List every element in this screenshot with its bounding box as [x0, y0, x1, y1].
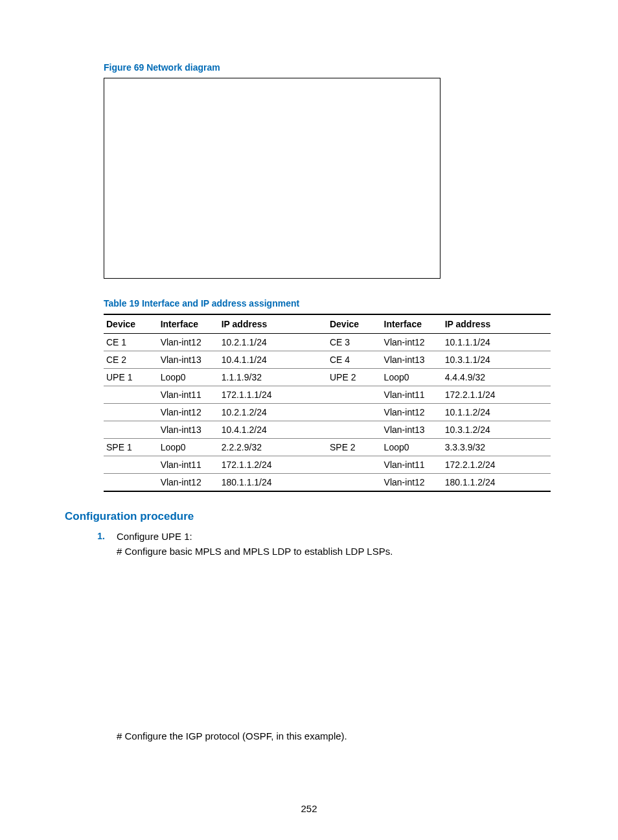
- table-cell: UPE 1: [104, 369, 158, 386]
- table-cell: Vlan-int12: [382, 474, 442, 492]
- table-cell: 172.1.1.2/24: [219, 456, 327, 474]
- figure-block: Figure 69 Network diagram Table 19 Inter…: [104, 62, 553, 492]
- table-cell: 2.2.2.9/32: [219, 439, 327, 456]
- col-header: Interface: [382, 314, 442, 334]
- table-cell: SPE 1: [104, 439, 158, 456]
- table-cell: 172.2.1.2/24: [442, 456, 551, 474]
- interface-ip-table: Device Interface IP address Device Inter…: [104, 314, 551, 492]
- table-cell: CE 3: [327, 334, 382, 351]
- table-cell: Vlan-int12: [382, 404, 442, 421]
- table-row: CE 2Vlan-int1310.4.1.1/24CE 4Vlan-int131…: [104, 351, 551, 369]
- table-cell: 3.3.3.9/32: [442, 439, 551, 456]
- figure-caption: Figure 69 Network diagram: [104, 62, 553, 73]
- table-cell: [104, 421, 158, 439]
- table-cell: Loop0: [158, 439, 219, 456]
- table-cell: Loop0: [382, 369, 442, 386]
- table-cell: [327, 386, 382, 404]
- col-header: IP address: [442, 314, 551, 334]
- table-cell: 172.2.1.1/24: [442, 386, 551, 404]
- table-cell: 10.2.1.2/24: [219, 404, 327, 421]
- network-diagram-placeholder: [104, 78, 441, 279]
- procedure-step: 1. Configure UPE 1:: [91, 531, 553, 542]
- table-row: CE 1Vlan-int1210.2.1.1/24CE 3Vlan-int121…: [104, 334, 551, 351]
- table-cell: [104, 456, 158, 474]
- document-page: Figure 69 Network diagram Table 19 Inter…: [0, 0, 618, 840]
- table-cell: 10.3.1.2/24: [442, 421, 551, 439]
- table-cell: 10.1.1.2/24: [442, 404, 551, 421]
- table-cell: Vlan-int12: [158, 474, 219, 492]
- table-cell: Vlan-int12: [382, 334, 442, 351]
- table-cell: 180.1.1.2/24: [442, 474, 551, 492]
- table-cell: Vlan-int11: [158, 386, 219, 404]
- table-cell: SPE 2: [327, 439, 382, 456]
- table-row: Vlan-int11172.1.1.2/24Vlan-int11172.2.1.…: [104, 456, 551, 474]
- table-cell: Vlan-int13: [158, 351, 219, 369]
- table-cell: Vlan-int13: [158, 421, 219, 439]
- table-cell: [327, 474, 382, 492]
- table-row: SPE 1Loop02.2.2.9/32SPE 2Loop03.3.3.9/32: [104, 439, 551, 456]
- table-cell: 10.3.1.1/24: [442, 351, 551, 369]
- table-caption: Table 19 Interface and IP address assign…: [104, 298, 553, 309]
- col-header: IP address: [219, 314, 327, 334]
- config-comment-line: # Configure the IGP protocol (OSPF, in t…: [117, 730, 553, 741]
- table-cell: CE 1: [104, 334, 158, 351]
- table-cell: 10.1.1.1/24: [442, 334, 551, 351]
- table-cell: CE 2: [104, 351, 158, 369]
- table-cell: 10.4.1.2/24: [219, 421, 327, 439]
- table-cell: 1.1.1.9/32: [219, 369, 327, 386]
- table-cell: Vlan-int12: [158, 334, 219, 351]
- table-row: Vlan-int11172.1.1.1/24Vlan-int11172.2.1.…: [104, 386, 551, 404]
- page-number: 252: [0, 803, 618, 814]
- table-row: Vlan-int12180.1.1.1/24Vlan-int12180.1.1.…: [104, 474, 551, 492]
- table-cell: 4.4.4.9/32: [442, 369, 551, 386]
- table-row: Vlan-int1310.4.1.2/24Vlan-int1310.3.1.2/…: [104, 421, 551, 439]
- col-header: Device: [327, 314, 382, 334]
- table-cell: [327, 456, 382, 474]
- content-gap: [65, 559, 553, 728]
- table-header-row: Device Interface IP address Device Inter…: [104, 314, 551, 334]
- table-cell: Vlan-int13: [382, 421, 442, 439]
- table-row: UPE 1Loop01.1.1.9/32UPE 2Loop04.4.4.9/32: [104, 369, 551, 386]
- table-cell: Loop0: [158, 369, 219, 386]
- section-heading: Configuration procedure: [65, 510, 553, 523]
- table-cell: 10.4.1.1/24: [219, 351, 327, 369]
- config-comment-line: # Configure basic MPLS and MPLS LDP to e…: [117, 546, 553, 557]
- table-cell: Vlan-int11: [158, 456, 219, 474]
- table-cell: 10.2.1.1/24: [219, 334, 327, 351]
- table-cell: [327, 421, 382, 439]
- table-cell: Vlan-int11: [382, 456, 442, 474]
- table-cell: CE 4: [327, 351, 382, 369]
- table-cell: 172.1.1.1/24: [219, 386, 327, 404]
- col-header: Device: [104, 314, 158, 334]
- table-cell: Vlan-int12: [158, 404, 219, 421]
- table-cell: 180.1.1.1/24: [219, 474, 327, 492]
- table-cell: [327, 404, 382, 421]
- table-row: Vlan-int1210.2.1.2/24Vlan-int1210.1.1.2/…: [104, 404, 551, 421]
- table-cell: Loop0: [382, 439, 442, 456]
- table-cell: Vlan-int13: [382, 351, 442, 369]
- table-cell: [104, 386, 158, 404]
- step-number: 1.: [91, 531, 105, 542]
- table-cell: [104, 404, 158, 421]
- step-text: Configure UPE 1:: [117, 531, 192, 542]
- table-cell: [104, 474, 158, 492]
- table-cell: UPE 2: [327, 369, 382, 386]
- table-cell: Vlan-int11: [382, 386, 442, 404]
- col-header: Interface: [158, 314, 219, 334]
